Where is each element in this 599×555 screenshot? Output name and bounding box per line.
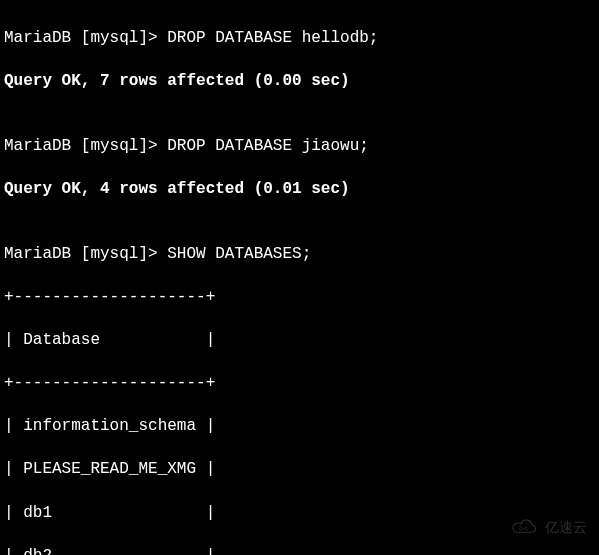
svg-point-0 [519,527,522,530]
command-line: MariaDB [mysql]> SHOW DATABASES; [4,244,595,266]
prompt: MariaDB [mysql]> [4,245,167,263]
table-border: +--------------------+ [4,287,595,309]
watermark-text: 亿速云 [545,518,587,537]
command-line: MariaDB [mysql]> DROP DATABASE hellodb; [4,28,595,50]
table-row: | information_schema | [4,416,595,438]
table-row: | db2 | [4,546,595,555]
table-row: | PLEASE_READ_ME_XMG | [4,459,595,481]
table-header: | Database | [4,330,595,352]
table-border: +--------------------+ [4,373,595,395]
command-line: MariaDB [mysql]> DROP DATABASE jiaowu; [4,136,595,158]
sql-command: DROP DATABASE hellodb; [167,29,378,47]
terminal-output: MariaDB [mysql]> DROP DATABASE hellodb; … [4,6,595,555]
sql-command: SHOW DATABASES; [167,245,311,263]
query-result: Query OK, 4 rows affected (0.01 sec) [4,179,595,201]
watermark: 亿速云 [511,518,587,537]
query-result: Query OK, 7 rows affected (0.00 sec) [4,71,595,93]
cloud-icon [511,519,539,537]
svg-point-1 [525,527,528,530]
sql-command: DROP DATABASE jiaowu; [167,137,369,155]
prompt: MariaDB [mysql]> [4,137,167,155]
prompt: MariaDB [mysql]> [4,29,167,47]
table-row: | db1 | [4,503,595,525]
